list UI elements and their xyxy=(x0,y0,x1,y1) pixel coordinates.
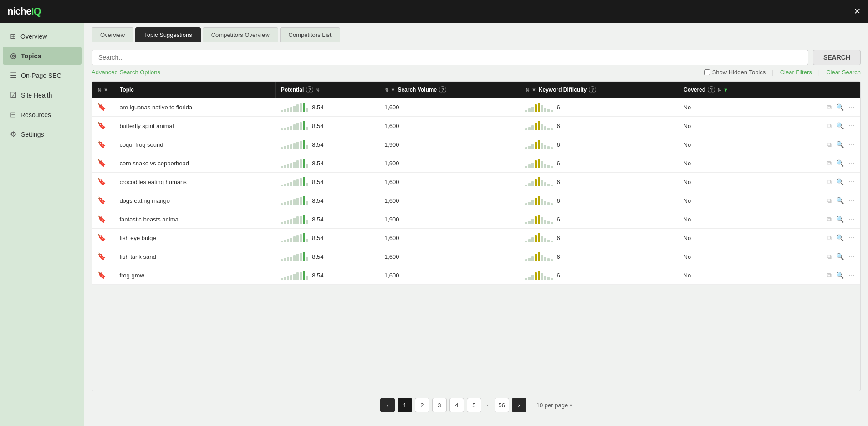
more-icon-3[interactable]: ⋯ xyxy=(848,159,855,167)
bookmark-icon-3[interactable]: 🔖 xyxy=(97,159,106,167)
more-icon-9[interactable]: ⋯ xyxy=(848,272,855,279)
copy-icon-3[interactable]: ⧉ xyxy=(827,159,832,167)
clear-search-link[interactable]: Clear Search xyxy=(826,69,861,76)
search-icon-1[interactable]: 🔍 xyxy=(836,122,844,129)
copy-icon-9[interactable]: ⧉ xyxy=(827,272,832,279)
search-icon-0[interactable]: 🔍 xyxy=(836,103,844,111)
sv-cell-4: 1,600 xyxy=(379,173,520,191)
potential-cell-3: 8.54 xyxy=(275,154,379,173)
sidebar-item-on-page-seo[interactable]: ☰ On-Page SEO xyxy=(3,67,82,84)
filter-icon-kd[interactable]: ▼ xyxy=(531,87,536,92)
sidebar-item-site-health[interactable]: ☑ Site Health xyxy=(3,86,82,104)
page-4-button[interactable]: 4 xyxy=(449,398,464,412)
copy-icon-7[interactable]: ⧉ xyxy=(827,234,832,242)
copy-icon-8[interactable]: ⧉ xyxy=(827,253,832,261)
tab-overview[interactable]: Overview xyxy=(92,27,133,42)
kd-value-2: 6 xyxy=(557,141,560,148)
next-page-button[interactable]: › xyxy=(512,398,526,412)
th-kd: ⇅ ▼ Keyword Difficulty ? xyxy=(520,82,678,98)
page-5-button[interactable]: 5 xyxy=(467,398,481,412)
search-button[interactable]: SEARCH xyxy=(813,50,861,65)
show-hidden-label[interactable]: Show Hidden Topics xyxy=(704,69,766,76)
last-page-button[interactable]: 56 xyxy=(495,398,509,412)
bookmark-icon-4[interactable]: 🔖 xyxy=(97,178,106,185)
page-3-button[interactable]: 3 xyxy=(432,398,447,412)
sidebar-item-resources[interactable]: ⊟ Resources xyxy=(3,106,82,123)
search-icon-2[interactable]: 🔍 xyxy=(836,141,844,148)
per-page-select[interactable]: 10 per page ▾ xyxy=(536,402,572,409)
filter-icon-covered[interactable]: ▼ xyxy=(723,87,728,92)
copy-icon-6[interactable]: ⧉ xyxy=(827,216,832,223)
copy-icon-0[interactable]: ⧉ xyxy=(827,103,832,111)
copy-icon-5[interactable]: ⧉ xyxy=(827,197,832,205)
show-hidden-checkbox[interactable] xyxy=(704,69,710,75)
sv-help-icon[interactable]: ? xyxy=(439,86,446,93)
more-icon-1[interactable]: ⋯ xyxy=(848,122,855,129)
bookmark-icon-5[interactable]: 🔖 xyxy=(97,196,106,204)
topic-cell-8: fish tank sand xyxy=(114,247,275,266)
bookmark-cell-7: 🔖 xyxy=(92,229,114,247)
copy-icon-2[interactable]: ⧉ xyxy=(827,141,832,149)
sort-icon-potential[interactable]: ⇅ xyxy=(316,87,319,92)
search-icon-3[interactable]: 🔍 xyxy=(836,159,844,167)
actions-cell-3: ⧉ 🔍 ⋯ xyxy=(786,154,860,173)
sort-icon-kd[interactable]: ⇅ xyxy=(526,87,529,92)
close-button[interactable]: ✕ xyxy=(854,7,861,15)
bookmark-icon-1[interactable]: 🔖 xyxy=(97,122,106,129)
sidebar-item-settings[interactable]: ⚙ Settings xyxy=(3,125,82,143)
more-icon-2[interactable]: ⋯ xyxy=(848,141,855,148)
more-icon-5[interactable]: ⋯ xyxy=(848,197,855,204)
potential-help-icon[interactable]: ? xyxy=(306,86,313,93)
search-icon-6[interactable]: 🔍 xyxy=(836,216,844,223)
more-icon-4[interactable]: ⋯ xyxy=(848,178,855,185)
sort-icon-sv[interactable]: ⇅ xyxy=(385,87,388,92)
page-1-button[interactable]: 1 xyxy=(398,398,412,412)
separator2: | xyxy=(818,69,820,76)
more-icon-8[interactable]: ⋯ xyxy=(848,253,855,260)
search-icon-4[interactable]: 🔍 xyxy=(836,178,844,185)
main-content: Overview Topic Suggestions Competitors O… xyxy=(84,23,868,426)
more-icon-0[interactable]: ⋯ xyxy=(848,103,855,111)
bookmark-icon-0[interactable]: 🔖 xyxy=(97,103,106,111)
potential-cell-0: 8.54 xyxy=(275,98,379,117)
sidebar-item-topics[interactable]: ◎ Topics xyxy=(3,47,82,65)
tab-competitors-list[interactable]: Competitors List xyxy=(280,27,340,42)
sv-value-4: 1,600 xyxy=(384,179,399,185)
search-icon-8[interactable]: 🔍 xyxy=(836,253,844,260)
covered-value-9: No xyxy=(684,272,691,279)
covered-help-icon[interactable]: ? xyxy=(708,86,715,93)
more-icon-6[interactable]: ⋯ xyxy=(848,216,855,223)
sort-icon-covered[interactable]: ⇅ xyxy=(717,87,721,92)
copy-icon-1[interactable]: ⧉ xyxy=(827,122,832,130)
kd-help-icon[interactable]: ? xyxy=(589,86,596,93)
clear-filters-link[interactable]: Clear Filters xyxy=(780,69,812,76)
search-icon-7[interactable]: 🔍 xyxy=(836,234,844,241)
search-input[interactable] xyxy=(92,50,808,65)
sidebar-item-overview[interactable]: ⊞ Overview xyxy=(3,27,82,45)
tab-competitors-overview[interactable]: Competitors Overview xyxy=(203,27,278,42)
bookmark-icon-6[interactable]: 🔖 xyxy=(97,215,106,223)
filter-icon-topic[interactable]: ▼ xyxy=(103,87,108,92)
potential-value-7: 8.54 xyxy=(312,235,323,241)
page-2-button[interactable]: 2 xyxy=(415,398,429,412)
bookmark-icon-2[interactable]: 🔖 xyxy=(97,140,106,148)
kd-value-6: 6 xyxy=(557,216,560,223)
more-icon-7[interactable]: ⋯ xyxy=(848,234,855,241)
bookmark-icon-8[interactable]: 🔖 xyxy=(97,252,106,260)
bookmark-icon-9[interactable]: 🔖 xyxy=(97,271,106,279)
pagination-row: ‹ 1 2 3 4 5 ··· 56 › 10 per page ▾ xyxy=(92,391,861,419)
prev-page-button[interactable]: ‹ xyxy=(380,398,395,412)
search-icon-9[interactable]: 🔍 xyxy=(836,272,844,279)
filter-icon-sv[interactable]: ▼ xyxy=(391,87,396,92)
advanced-search-link[interactable]: Advanced Search Options xyxy=(92,69,160,76)
tab-topic-suggestions[interactable]: Topic Suggestions xyxy=(135,27,201,42)
sv-value-3: 1,900 xyxy=(384,160,399,167)
search-icon-5[interactable]: 🔍 xyxy=(836,197,844,204)
topic-cell-0: are iguanas native to florida xyxy=(114,98,275,117)
copy-icon-4[interactable]: ⧉ xyxy=(827,178,832,186)
sort-icon-topic[interactable]: ⇅ xyxy=(97,87,101,92)
kd-cell-4: 6 xyxy=(520,173,678,191)
topic-text-3: corn snake vs copperhead xyxy=(119,160,189,167)
actions-cell-7: ⧉ 🔍 ⋯ xyxy=(786,229,860,247)
bookmark-icon-7[interactable]: 🔖 xyxy=(97,234,106,241)
